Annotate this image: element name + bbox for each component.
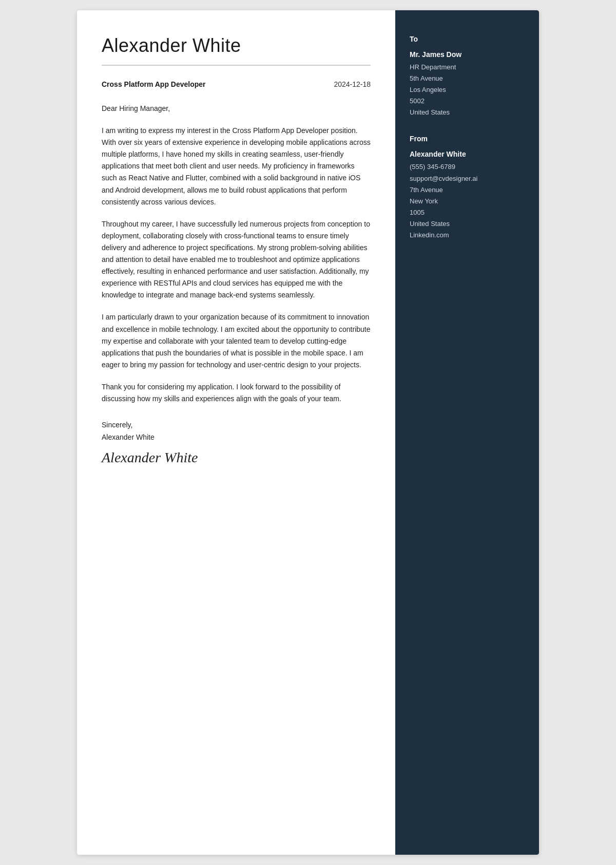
header-divider [102, 65, 371, 66]
sender-city: New York [410, 196, 525, 207]
letter-content: Alexander White Cross Platform App Devel… [77, 10, 395, 855]
recipient-city: Los Angeles [410, 84, 525, 96]
job-title: Cross Platform App Developer [102, 80, 206, 88]
salutation: Dear Hiring Manager, [102, 103, 371, 115]
sender-street: 7th Avenue [410, 184, 525, 196]
paragraph-4: Thank you for considering my application… [102, 381, 371, 405]
recipient-zip: 5002 [410, 96, 525, 107]
recipient-name: Mr. James Dow [410, 50, 525, 59]
letter-body: Dear Hiring Manager, I am writing to exp… [102, 103, 371, 415]
sender-website: Linkedin.com [410, 230, 525, 241]
sidebar: To Mr. James Dow HR Department 5th Avenu… [395, 10, 539, 855]
signature-script: Alexander White [102, 449, 371, 466]
sender-country: United States [410, 218, 525, 230]
closing-block: Sincerely, Alexander White Alexander Whi… [102, 419, 371, 466]
recipient-street: 5th Avenue [410, 73, 525, 84]
to-label: To [410, 35, 525, 43]
cover-letter-page: Alexander White Cross Platform App Devel… [77, 10, 539, 855]
letter-date: 2024-12-18 [334, 80, 371, 88]
closing-name: Alexander White [102, 433, 371, 441]
recipient-country: United States [410, 107, 525, 118]
closing-text: Sincerely, [102, 419, 371, 431]
paragraph-1: I am writing to express my interest in t… [102, 125, 371, 208]
sender-name: Alexander White [410, 150, 525, 158]
paragraph-3: I am particularly drawn to your organiza… [102, 311, 371, 370]
paragraph-2: Throughout my career, I have successfull… [102, 218, 371, 302]
sender-zip: 1005 [410, 207, 525, 218]
applicant-name: Alexander White [102, 35, 371, 57]
from-section: From Alexander White (555) 345-6789 supp… [410, 135, 525, 241]
sender-phone: (555) 345-6789 [410, 161, 525, 173]
recipient-department: HR Department [410, 62, 525, 73]
meta-row: Cross Platform App Developer 2024-12-18 [102, 80, 371, 88]
from-label: From [410, 135, 525, 143]
sender-email: support@cvdesigner.ai [410, 173, 525, 184]
to-section: To Mr. James Dow HR Department 5th Avenu… [410, 35, 525, 118]
